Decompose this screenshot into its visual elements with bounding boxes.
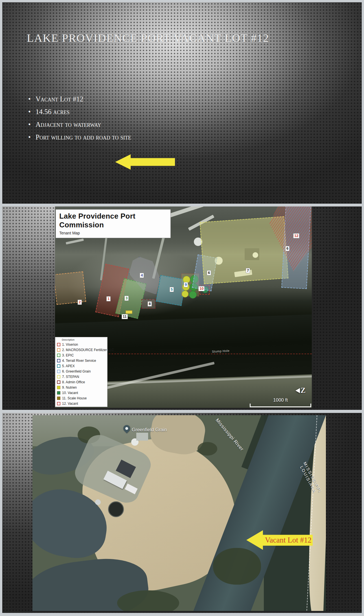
legend-row: 5. APEX bbox=[57, 363, 106, 369]
map-subtitle: Tenant Map bbox=[59, 231, 167, 235]
legend-row: 7. STEPAN bbox=[57, 374, 106, 379]
legend-label: 3. EPIC bbox=[62, 353, 74, 357]
river-label: Mississippi River bbox=[214, 417, 245, 452]
legend-header: Description bbox=[62, 338, 106, 341]
legend-swatch bbox=[57, 343, 60, 346]
tank bbox=[95, 499, 101, 505]
legend-row: 2. MACROSOURCE Fertilizer LLC bbox=[57, 347, 106, 352]
legend-label: 8. Admin Office bbox=[62, 380, 85, 384]
legend-swatch bbox=[57, 364, 60, 368]
slide-tenant-map: Stump Hole 1234566789101112 Lake Provide… bbox=[2, 206, 362, 410]
legend-label: 2. MACROSOURCE Fertilizer LLC bbox=[62, 348, 114, 352]
legend-label: 4. Terrall River Service bbox=[62, 359, 96, 363]
lot-number-chip: 6 bbox=[207, 270, 211, 275]
lot-number-chip: 4 bbox=[140, 273, 144, 278]
slide-title-bullets: LAKE PROVIDENCE PORT VACANT LOT #12 Vaca… bbox=[2, 2, 362, 204]
scale-label: 1000 ft bbox=[273, 397, 288, 403]
legend-swatch bbox=[57, 370, 60, 373]
bullet-item: Vacant Lot #12 bbox=[28, 95, 226, 103]
bullet-item: Adjacent to waterway bbox=[28, 121, 226, 128]
legend-swatch bbox=[57, 375, 60, 378]
trees bbox=[198, 442, 217, 456]
legend-label: 1. Viserion bbox=[62, 343, 78, 347]
lot-number-chip: 11 bbox=[122, 314, 128, 319]
storage-tank bbox=[108, 501, 124, 517]
legend-items: 1. Viserion2. MACROSOURCE Fertilizer LLC… bbox=[57, 342, 106, 406]
map-legend: Description 1. Viserion2. MACROSOURCE Fe… bbox=[55, 337, 108, 407]
tenant-map-image: Stump Hole 1234566789101112 Lake Provide… bbox=[55, 206, 312, 408]
lot-number-chip: 2 bbox=[78, 300, 82, 305]
lot-number-chip: 6 bbox=[285, 246, 290, 251]
satellite-image: Greenfield Grain Mississippi River MISSI… bbox=[32, 415, 326, 611]
lot-number-chip: 1 bbox=[106, 296, 111, 301]
map-title-box: Lake Providence Port Commission Tenant M… bbox=[56, 209, 171, 238]
legend-label: 11. Scale House bbox=[62, 396, 87, 400]
legend-swatch bbox=[57, 359, 60, 362]
north-arrow-letter: Z bbox=[301, 386, 306, 395]
bullet-item: 14.56 acres bbox=[28, 108, 226, 116]
bullet-list: Vacant Lot #12 14.56 acres Adjacent to w… bbox=[28, 95, 226, 146]
legend-row: 3. EPIC bbox=[57, 352, 106, 358]
lot-number-chip: 9 bbox=[184, 282, 188, 287]
trees bbox=[213, 548, 261, 585]
legend-swatch bbox=[57, 386, 60, 389]
legend-swatch bbox=[57, 354, 60, 357]
legend-label: 9. Nutrien bbox=[62, 386, 77, 389]
page-title: LAKE PROVIDENCE PORT VACANT LOT #12 bbox=[27, 31, 337, 45]
building bbox=[136, 433, 148, 441]
legend-row: 10. Vacant bbox=[57, 390, 106, 395]
legend-row: 8. Admin Office bbox=[57, 379, 106, 385]
lot-number-chip: 7 bbox=[246, 268, 250, 273]
legend-label: 12. Vacant bbox=[62, 402, 78, 406]
legend-swatch bbox=[57, 402, 60, 405]
lot-number-chip: 8 bbox=[148, 301, 152, 306]
legend-row: 11. Scale House bbox=[57, 395, 106, 401]
legend-label: 10. Vacant bbox=[62, 391, 78, 395]
north-arrow-icon bbox=[295, 388, 300, 393]
lot-number-chip: 3 bbox=[124, 296, 129, 301]
legend-row: 12. Vacant bbox=[57, 401, 106, 406]
legend-label: 7. STEPAN bbox=[62, 375, 79, 379]
legend-row: 9. Nutrien bbox=[57, 385, 106, 390]
north-arrow: Z bbox=[295, 386, 306, 395]
legend-swatch bbox=[57, 348, 60, 352]
slide-satellite: Greenfield Grain Mississippi River MISSI… bbox=[2, 413, 362, 613]
legend-row: 6. Greenfield Grain bbox=[57, 369, 106, 374]
scale-bar: 1000 ft bbox=[250, 397, 311, 407]
legend-row: 1. Viserion bbox=[57, 342, 106, 347]
scale-line bbox=[250, 404, 311, 407]
legend-label: 5. APEX bbox=[62, 364, 75, 368]
legend-swatch bbox=[57, 380, 60, 384]
legend-swatch bbox=[57, 397, 60, 400]
legend-row: 4. Terrall River Service bbox=[57, 358, 106, 363]
pin-label: Greenfield Grain bbox=[132, 427, 167, 433]
left-arrow-icon bbox=[115, 154, 175, 170]
lot-number-chip: 5 bbox=[170, 287, 174, 292]
vacant-lot-arrow-label: Vacant Lot #12 bbox=[265, 536, 312, 545]
legend-label: 6. Greenfield Grain bbox=[62, 369, 91, 373]
legend-swatch bbox=[57, 391, 60, 395]
bullet-item: Port willing to add road to site bbox=[28, 134, 226, 141]
map-title: Lake Providence Port Commission bbox=[59, 212, 167, 229]
lot-number-chip: 12 bbox=[293, 233, 299, 238]
lot-number-chip: 10 bbox=[198, 286, 205, 291]
